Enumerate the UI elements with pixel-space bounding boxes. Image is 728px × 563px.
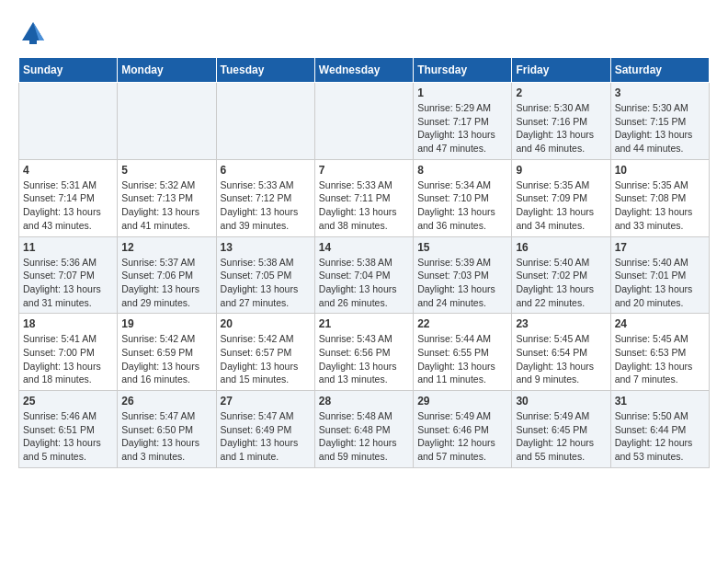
day-number: 10 (615, 164, 705, 177)
calendar-cell: 16Sunrise: 5:40 AM Sunset: 7:02 PM Dayli… (512, 236, 610, 314)
day-info: Sunrise: 5:49 AM Sunset: 6:46 PM Dayligh… (417, 409, 507, 464)
day-number: 4 (23, 164, 113, 177)
day-number: 18 (23, 317, 113, 330)
day-number: 22 (417, 317, 507, 330)
weekday-header-thursday: Thursday (414, 58, 512, 83)
calendar-cell: 11Sunrise: 5:36 AM Sunset: 7:07 PM Dayli… (19, 236, 118, 314)
day-number: 5 (121, 164, 211, 177)
day-info: Sunrise: 5:46 AM Sunset: 6:51 PM Dayligh… (23, 409, 113, 464)
calendar-cell: 27Sunrise: 5:47 AM Sunset: 6:49 PM Dayli… (216, 391, 314, 468)
day-number: 21 (319, 317, 409, 330)
calendar-cell: 13Sunrise: 5:38 AM Sunset: 7:05 PM Dayli… (216, 236, 314, 314)
calendar-cell: 4Sunrise: 5:31 AM Sunset: 7:14 PM Daylig… (19, 159, 118, 236)
weekday-header-saturday: Saturday (610, 58, 709, 83)
week-row-3: 11Sunrise: 5:36 AM Sunset: 7:07 PM Dayli… (19, 236, 710, 314)
calendar-cell (118, 83, 216, 160)
day-info: Sunrise: 5:47 AM Sunset: 6:49 PM Dayligh… (221, 409, 311, 464)
day-number: 25 (23, 395, 113, 408)
day-number: 3 (615, 86, 705, 99)
calendar-cell: 2Sunrise: 5:30 AM Sunset: 7:16 PM Daylig… (512, 83, 610, 160)
calendar-cell: 26Sunrise: 5:47 AM Sunset: 6:50 PM Dayli… (118, 391, 216, 468)
day-number: 19 (121, 317, 211, 330)
calendar-cell: 31Sunrise: 5:50 AM Sunset: 6:44 PM Dayli… (610, 391, 709, 468)
day-number: 24 (615, 317, 705, 330)
day-number: 26 (121, 395, 211, 408)
week-row-4: 18Sunrise: 5:41 AM Sunset: 7:00 PM Dayli… (19, 314, 710, 391)
day-number: 8 (417, 164, 507, 177)
day-info: Sunrise: 5:50 AM Sunset: 6:44 PM Dayligh… (615, 409, 705, 464)
day-info: Sunrise: 5:32 AM Sunset: 7:13 PM Dayligh… (121, 178, 211, 233)
weekday-header-row: SundayMondayTuesdayWednesdayThursdayFrid… (19, 58, 710, 83)
day-number: 30 (516, 395, 606, 408)
calendar-cell (314, 83, 413, 160)
day-number: 17 (615, 241, 705, 254)
day-number: 20 (221, 317, 311, 330)
day-info: Sunrise: 5:35 AM Sunset: 7:08 PM Dayligh… (615, 178, 705, 233)
day-info: Sunrise: 5:42 AM Sunset: 6:57 PM Dayligh… (221, 332, 311, 386)
day-info: Sunrise: 5:30 AM Sunset: 7:16 PM Dayligh… (516, 101, 606, 155)
week-row-1: 1Sunrise: 5:29 AM Sunset: 7:17 PM Daylig… (19, 83, 710, 160)
day-info: Sunrise: 5:30 AM Sunset: 7:15 PM Dayligh… (615, 101, 705, 155)
day-number: 15 (417, 241, 507, 254)
day-number: 6 (221, 164, 311, 177)
day-info: Sunrise: 5:45 AM Sunset: 6:54 PM Dayligh… (516, 332, 606, 386)
calendar-cell (216, 83, 314, 160)
day-info: Sunrise: 5:48 AM Sunset: 6:48 PM Dayligh… (319, 409, 409, 464)
calendar-cell: 18Sunrise: 5:41 AM Sunset: 7:00 PM Dayli… (19, 314, 118, 391)
logo (18, 18, 51, 48)
calendar-cell: 29Sunrise: 5:49 AM Sunset: 6:46 PM Dayli… (414, 391, 512, 468)
day-number: 27 (221, 395, 311, 408)
day-info: Sunrise: 5:41 AM Sunset: 7:00 PM Dayligh… (23, 332, 113, 386)
calendar-cell: 22Sunrise: 5:44 AM Sunset: 6:55 PM Dayli… (414, 314, 512, 391)
day-info: Sunrise: 5:39 AM Sunset: 7:03 PM Dayligh… (417, 256, 507, 310)
calendar-cell: 14Sunrise: 5:38 AM Sunset: 7:04 PM Dayli… (314, 236, 413, 314)
day-number: 13 (221, 241, 311, 254)
calendar-cell: 21Sunrise: 5:43 AM Sunset: 6:56 PM Dayli… (314, 314, 413, 391)
calendar-table: SundayMondayTuesdayWednesdayThursdayFrid… (18, 57, 710, 468)
day-info: Sunrise: 5:37 AM Sunset: 7:06 PM Dayligh… (121, 256, 211, 310)
calendar-cell: 6Sunrise: 5:33 AM Sunset: 7:12 PM Daylig… (216, 159, 314, 236)
calendar-cell: 5Sunrise: 5:32 AM Sunset: 7:13 PM Daylig… (118, 159, 216, 236)
day-info: Sunrise: 5:40 AM Sunset: 7:01 PM Dayligh… (615, 256, 705, 310)
day-info: Sunrise: 5:49 AM Sunset: 6:45 PM Dayligh… (516, 409, 606, 464)
calendar-cell: 10Sunrise: 5:35 AM Sunset: 7:08 PM Dayli… (610, 159, 709, 236)
calendar-cell: 20Sunrise: 5:42 AM Sunset: 6:57 PM Dayli… (216, 314, 314, 391)
weekday-header-wednesday: Wednesday (314, 58, 413, 83)
calendar-cell: 19Sunrise: 5:42 AM Sunset: 6:59 PM Dayli… (118, 314, 216, 391)
calendar-cell: 15Sunrise: 5:39 AM Sunset: 7:03 PM Dayli… (414, 236, 512, 314)
day-number: 28 (319, 395, 409, 408)
calendar-cell: 3Sunrise: 5:30 AM Sunset: 7:15 PM Daylig… (610, 83, 709, 160)
week-row-5: 25Sunrise: 5:46 AM Sunset: 6:51 PM Dayli… (19, 391, 710, 468)
weekday-header-sunday: Sunday (19, 58, 118, 83)
calendar-cell: 8Sunrise: 5:34 AM Sunset: 7:10 PM Daylig… (414, 159, 512, 236)
weekday-header-tuesday: Tuesday (216, 58, 314, 83)
day-number: 23 (516, 317, 606, 330)
weekday-header-monday: Monday (118, 58, 216, 83)
calendar-cell: 23Sunrise: 5:45 AM Sunset: 6:54 PM Dayli… (512, 314, 610, 391)
page-header (18, 18, 710, 48)
day-number: 14 (319, 241, 409, 254)
calendar-cell: 28Sunrise: 5:48 AM Sunset: 6:48 PM Dayli… (314, 391, 413, 468)
day-number: 9 (516, 164, 606, 177)
day-number: 2 (516, 86, 606, 99)
calendar-cell: 17Sunrise: 5:40 AM Sunset: 7:01 PM Dayli… (610, 236, 709, 314)
logo-icon (18, 18, 48, 48)
day-number: 1 (417, 86, 507, 99)
day-number: 16 (516, 241, 606, 254)
calendar-cell (19, 83, 118, 160)
day-info: Sunrise: 5:34 AM Sunset: 7:10 PM Dayligh… (417, 178, 507, 233)
calendar-cell: 12Sunrise: 5:37 AM Sunset: 7:06 PM Dayli… (118, 236, 216, 314)
day-info: Sunrise: 5:38 AM Sunset: 7:05 PM Dayligh… (221, 256, 311, 310)
calendar-cell: 30Sunrise: 5:49 AM Sunset: 6:45 PM Dayli… (512, 391, 610, 468)
day-info: Sunrise: 5:29 AM Sunset: 7:17 PM Dayligh… (417, 101, 507, 155)
svg-marker-0 (22, 22, 44, 44)
day-info: Sunrise: 5:36 AM Sunset: 7:07 PM Dayligh… (23, 256, 113, 310)
day-info: Sunrise: 5:38 AM Sunset: 7:04 PM Dayligh… (319, 256, 409, 310)
calendar-cell: 24Sunrise: 5:45 AM Sunset: 6:53 PM Dayli… (610, 314, 709, 391)
weekday-header-friday: Friday (512, 58, 610, 83)
week-row-2: 4Sunrise: 5:31 AM Sunset: 7:14 PM Daylig… (19, 159, 710, 236)
calendar-cell: 7Sunrise: 5:33 AM Sunset: 7:11 PM Daylig… (314, 159, 413, 236)
day-number: 12 (121, 241, 211, 254)
day-number: 29 (417, 395, 507, 408)
day-info: Sunrise: 5:47 AM Sunset: 6:50 PM Dayligh… (121, 409, 211, 464)
